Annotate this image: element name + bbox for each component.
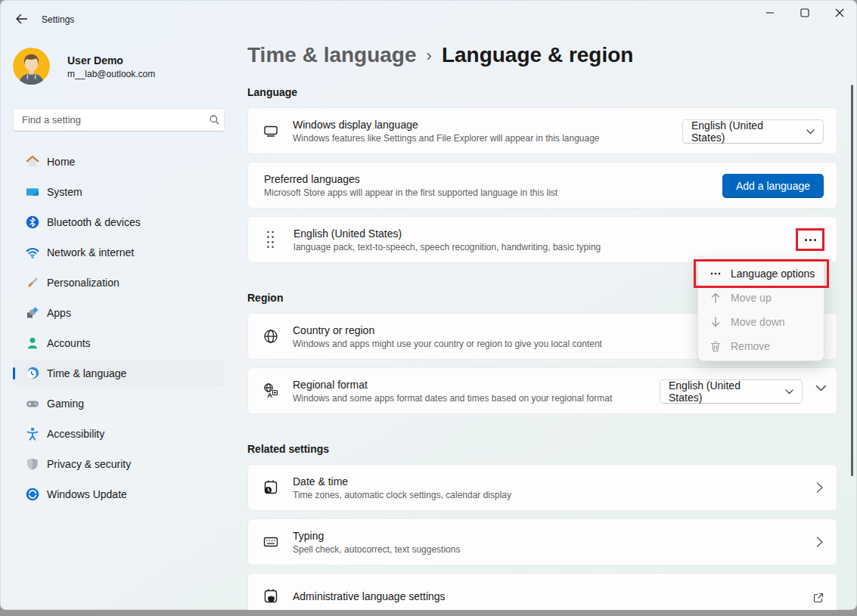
breadcrumb-parent[interactable]: Time & language (247, 43, 417, 67)
app-title: Settings (42, 14, 74, 25)
accounts-icon (25, 336, 40, 351)
sidebar-nav: Home System Bluetooth & devices Network … (13, 148, 225, 511)
bluetooth-icon (25, 215, 40, 230)
user-name: User Demo (67, 54, 123, 67)
network-icon (25, 245, 40, 260)
dropdown-value: English (United States) (691, 119, 794, 144)
typing-icon (261, 533, 281, 551)
menu-item-label: Language options (731, 268, 815, 280)
sidebar-item-accounts[interactable]: Accounts (13, 330, 225, 357)
svg-text:A: A (267, 391, 272, 399)
privacy-security-icon (25, 457, 40, 472)
menu-item-label: Remove (731, 340, 770, 352)
search-box (13, 108, 225, 132)
date-time-card[interactable]: Date & time Time zones, automatic clock … (247, 464, 837, 511)
page-title: Language & region (442, 43, 634, 67)
sidebar-item-privacy-security[interactable]: Privacy & security (13, 450, 225, 478)
sidebar-item-apps[interactable]: Apps (13, 299, 225, 327)
sidebar-item-home[interactable]: Home (13, 148, 225, 175)
language-row-subtitle: language pack, text-to-speech, speech re… (293, 242, 601, 252)
more-options-button[interactable] (802, 234, 819, 246)
menu-item-language-options[interactable]: Language options (698, 262, 824, 286)
sidebar-item-personalization[interactable]: Personalization (13, 269, 225, 296)
sidebar-item-gaming[interactable]: Gaming (13, 390, 225, 417)
related-settings-header: Related settings (247, 443, 329, 455)
sidebar-item-label: Network & internet (47, 246, 134, 258)
gaming-icon (25, 396, 40, 411)
sidebar-item-bluetooth-devices[interactable]: Bluetooth & devices (13, 209, 225, 236)
setting-subtitle: Windows and some apps format dates and t… (293, 393, 612, 404)
setting-title: Administrative language settings (293, 590, 446, 602)
search-input[interactable] (14, 114, 204, 125)
display-icon (261, 122, 281, 140)
sidebar-item-label: Bluetooth & devices (47, 216, 141, 228)
sidebar-item-label: Personalization (47, 277, 120, 289)
sidebar-item-label: Time & language (47, 367, 126, 379)
menu-item-move-up[interactable]: Move up (698, 286, 824, 310)
sidebar-item-time-language[interactable]: Time & language (13, 360, 225, 387)
scrollbar-thumb[interactable] (851, 85, 853, 476)
menu-item-label: Move down (731, 316, 785, 328)
setting-title: Windows display language (293, 119, 600, 131)
setting-title: Country or region (293, 324, 602, 336)
trash-icon (710, 340, 722, 352)
avatar[interactable] (13, 48, 50, 85)
more-icon (710, 268, 722, 280)
globe-icon (261, 327, 281, 345)
more-icon (805, 239, 807, 241)
menu-item-remove[interactable]: Remove (698, 334, 824, 358)
add-language-button[interactable]: Add a language (722, 174, 824, 198)
setting-title: Preferred languages (264, 173, 557, 185)
sidebar-item-label: Windows Update (47, 488, 127, 500)
external-link-icon (812, 592, 824, 604)
system-icon (25, 184, 40, 200)
sidebar-item-label: Gaming (47, 398, 84, 410)
breadcrumb-separator-icon: › (427, 45, 432, 66)
settings-window: Settings User Demo m__lab@outlook.com (0, 0, 857, 610)
administrative-language-card[interactable]: Administrative language settings (247, 573, 837, 610)
chevron-down-icon (785, 389, 793, 395)
language-row-english-us: English (United States) language pack, t… (247, 216, 837, 263)
date-time-icon (261, 478, 281, 497)
admin-language-icon (261, 587, 281, 605)
regional-format-card: A Regional format Windows and some apps … (247, 367, 837, 414)
apps-icon (25, 305, 40, 320)
setting-subtitle: Time zones, automatic clock settings, ca… (293, 490, 511, 500)
setting-subtitle: Spell check, autocorrect, text suggestio… (293, 544, 460, 555)
setting-title: Regional format (293, 379, 612, 391)
setting-title: Date & time (293, 475, 511, 488)
search-icon[interactable] (204, 114, 224, 125)
expand-chevron-icon[interactable] (815, 385, 827, 392)
back-button[interactable] (10, 9, 33, 29)
setting-subtitle: Windows and apps might use your country … (293, 339, 602, 349)
chevron-down-icon (806, 129, 815, 135)
language-context-menu: Language options Move up Move down Remov… (697, 258, 824, 361)
sidebar-item-label: Privacy & security (47, 458, 131, 470)
setting-subtitle: Windows features like Settings and File … (293, 133, 600, 144)
sidebar-item-accessibility[interactable]: Accessibility (13, 420, 225, 447)
typing-card[interactable]: Typing Spell check, autocorrect, text su… (247, 518, 837, 565)
accessibility-icon (25, 426, 40, 441)
personalization-icon (25, 275, 40, 290)
sidebar-item-label: Accessibility (47, 428, 104, 440)
main-content: Time & language › Language & region Lang… (247, 0, 837, 610)
sidebar-item-system[interactable]: System (13, 178, 225, 206)
windows-update-icon (25, 487, 40, 502)
grip-dots-icon[interactable] (265, 228, 276, 252)
sidebar-item-label: System (47, 186, 82, 198)
menu-item-move-down[interactable]: Move down (698, 310, 824, 334)
highlight-red-frame (796, 228, 824, 251)
arrow-down-icon (710, 316, 722, 328)
sidebar-item-windows-update[interactable]: Windows Update (13, 481, 225, 508)
sidebar-item-label: Accounts (47, 337, 91, 349)
chevron-right-icon (814, 535, 824, 549)
sidebar-item-label: Home (47, 156, 75, 168)
display-language-dropdown[interactable]: English (United States) (682, 119, 824, 144)
language-section-header: Language (247, 86, 297, 98)
dropdown-value: English (United States) (669, 379, 773, 404)
preferred-languages-card: Preferred languages Microsoft Store apps… (247, 162, 837, 209)
sidebar-item-network-internet[interactable]: Network & internet (13, 239, 225, 266)
regional-format-dropdown[interactable]: English (United States) (660, 379, 803, 404)
menu-item-label: Move up (731, 292, 772, 304)
setting-subtitle: Microsoft Store apps will appear in the … (264, 187, 557, 198)
